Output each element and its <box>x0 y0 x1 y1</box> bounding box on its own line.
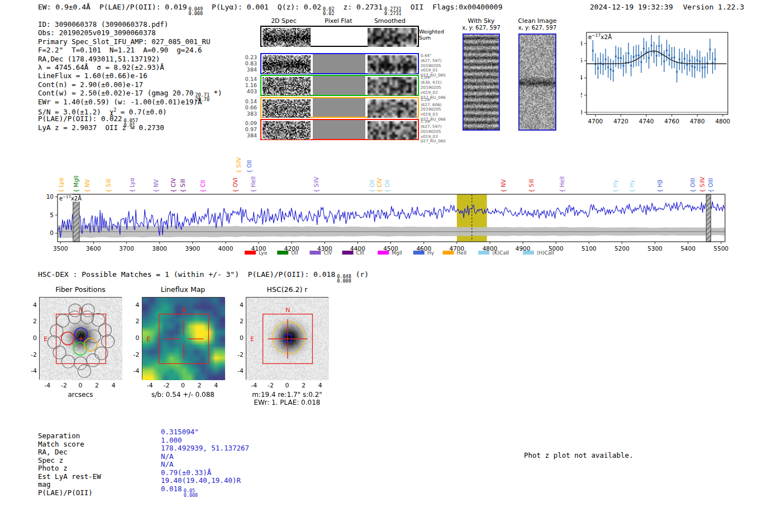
match-table-value: 19.40(19.40,19.40)R <box>161 476 241 485</box>
fiber-circle <box>88 330 101 343</box>
fiber-circle-red <box>61 332 74 345</box>
fiber-circle <box>47 336 60 348</box>
stacked-uncertainty: 0.0490.008 <box>188 7 203 16</box>
emission-line-label: { Lyα <box>58 178 64 193</box>
fiber-circle-orange <box>84 338 97 351</box>
cutout-overlay: NE <box>40 298 122 380</box>
match-table-label: RA, Dec <box>38 448 68 456</box>
fiber-circle <box>78 365 90 377</box>
twod-row-box <box>260 119 419 140</box>
cutout-x-tick: 4 <box>209 382 223 389</box>
y-tick-label: 8 <box>581 40 583 47</box>
full-spectrum-plot: 3500360037003800390040004100420043004400… <box>45 147 754 264</box>
cutout-overlay: NE <box>246 298 329 380</box>
match-table-label: Match score <box>38 440 84 448</box>
image-panel-title: Clean Image <box>504 17 571 25</box>
emission-line-label: { MgII <box>73 176 79 193</box>
data-point <box>607 66 609 68</box>
fiber-circle <box>87 354 99 367</box>
smoothed-image <box>368 28 417 47</box>
smoothed-image <box>368 55 417 74</box>
match-table-value: N/A <box>161 452 174 461</box>
data-point <box>702 67 703 69</box>
legend-swatch <box>245 251 256 255</box>
data-point <box>704 66 705 68</box>
twod-row-annotation: 0.44"(627, 597)20190205v019_01027_RU_065 <box>421 54 454 78</box>
twod-row-box <box>260 53 419 74</box>
legend-swatch <box>277 251 288 255</box>
report-timestamp: 2024-12-19 19:32:39 <box>590 3 673 11</box>
emission-line-label: { SiIV <box>236 157 242 173</box>
fiber-circle <box>81 311 94 324</box>
data-point <box>630 65 632 66</box>
twod-spec-image <box>263 77 311 95</box>
header-stat: P(Lyα): 0.001 <box>212 3 269 16</box>
data-point <box>697 59 698 61</box>
data-point <box>692 65 693 67</box>
x-tick-label: 3900 <box>185 245 200 252</box>
flux-units-label: e−17x2Å <box>59 195 82 202</box>
data-point <box>615 56 617 57</box>
detection-info-block: ID: 3090060378 (3090060378.pdf)Obs: 2019… <box>38 20 222 132</box>
detection-info-line: Obs: 20190205v019_3090060378 <box>38 28 222 37</box>
cutout-x-tick: 4 <box>107 382 120 389</box>
pixel-flat-image <box>313 76 365 95</box>
twod-row-fiber-stats: 0.090.97384 <box>232 120 257 138</box>
x-tick-label: 4720 <box>613 118 628 124</box>
twod-row-box <box>260 26 419 47</box>
match-table-value: 0.0180.050.008 <box>161 485 198 497</box>
line-fit-plot-svg: 47004720474047604780480002468e−17x2Å <box>581 27 760 133</box>
twod-spec-image <box>263 28 311 47</box>
fiber-circle <box>74 357 87 370</box>
y-tick-label: 5 <box>50 212 54 218</box>
data-point <box>671 57 673 59</box>
legend-label: CIV <box>323 250 332 256</box>
match-table-value: 0.79(±0.33)Å <box>161 468 211 477</box>
data-point <box>597 68 599 69</box>
emission-line-label: { OII <box>369 180 375 193</box>
x-tick-label: 3500 <box>53 245 68 252</box>
detection-info-line: ID: 3090060378 (3090060378.pdf) <box>38 20 222 28</box>
legend-swatch <box>342 251 354 255</box>
cutout-x-tick: -2 <box>57 382 70 389</box>
legend-label: CIII <box>356 250 364 256</box>
cutout-y-tick: -2 <box>127 351 140 358</box>
x-tick-label: 5300 <box>647 245 662 252</box>
data-point <box>658 45 660 47</box>
fiber-circle <box>50 324 63 337</box>
detection-info-line: Cont(n) = 2.90(±0.00)e-17 <box>38 80 222 89</box>
emission-line-label: { CII <box>200 180 206 193</box>
emission-line-label: { CIV <box>376 178 383 193</box>
match-table-label: Photo z <box>38 464 68 472</box>
emission-line-label: { Lyα <box>129 178 135 193</box>
east-label: E <box>146 336 150 343</box>
report-version: Version 1.22.3 <box>683 3 745 11</box>
smoothed-image <box>368 99 417 118</box>
fiber-circle-green <box>74 342 87 355</box>
cutout-y-tick: 0 <box>127 334 140 342</box>
x-tick-label: 4780 <box>690 118 705 124</box>
match-table-label: Separation <box>38 432 80 440</box>
detection-info-line: LyA z = 2.9037 OII z = 0.2730 <box>38 123 222 132</box>
data-point <box>666 50 667 51</box>
cutout-y-tick: -4 <box>231 367 244 375</box>
match-table-value: N/A <box>161 460 174 468</box>
pixel-flat-image <box>313 98 365 117</box>
full-spectrum-svg: 3500360037003800390040004100420043004400… <box>45 147 754 262</box>
emission-line-label: { SiIV <box>313 176 320 193</box>
east-label: E <box>250 336 254 343</box>
emission-line-label: { CIV <box>170 178 177 193</box>
cutout-y-tick: 0 <box>25 334 37 342</box>
emission-line-label: { SiII <box>528 179 535 193</box>
cutout-x-tick: -2 <box>264 382 277 389</box>
cutout-x-tick: 0 <box>177 382 190 389</box>
legend-label: MgII <box>392 250 402 256</box>
cutout-x-tick: 2 <box>297 382 311 389</box>
cutout-x-tick: 0 <box>74 382 87 389</box>
data-point <box>617 57 619 59</box>
legend-swatch <box>443 251 454 255</box>
data-point <box>648 57 650 59</box>
data-point <box>635 55 637 56</box>
catalog-match-summary: HSC-DEX : Possible Matches = 1 (within +… <box>38 270 369 283</box>
data-point <box>641 61 642 63</box>
